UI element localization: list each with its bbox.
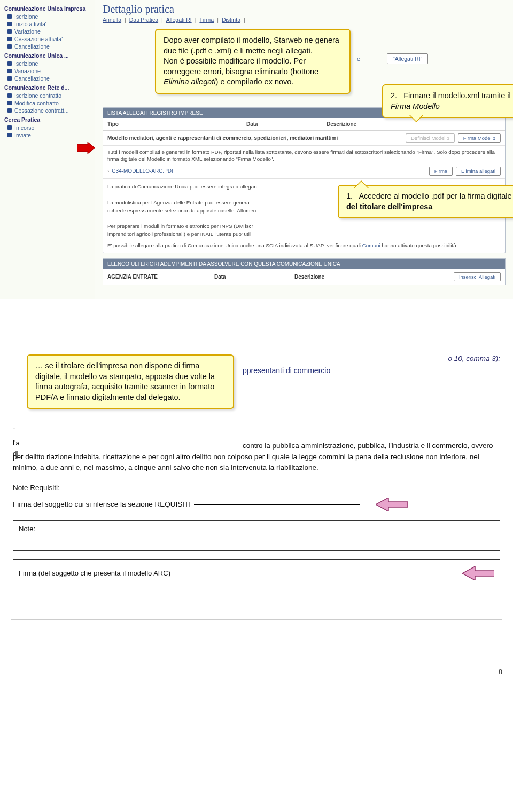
sidebar-item-variazione-2[interactable]: Variazione <box>0 67 95 75</box>
firma-button[interactable]: Firma <box>429 167 453 176</box>
nav-firma[interactable]: Firma <box>199 17 214 23</box>
sidebar-group-header: Comunicazione Unica ... <box>0 50 95 60</box>
firma-soggetto-label: Firma del soggetto cui si riferisce la s… <box>13 499 191 510</box>
agenzia-row: AGENZIA ENTRATE Data Descrizione Inseris… <box>103 269 506 285</box>
pink-arrow-left-icon <box>462 566 494 580</box>
bullet-icon <box>7 69 12 73</box>
inserisci-allegati-button[interactable]: Inserisci Allegati <box>454 272 501 281</box>
bullet-icon <box>7 101 12 105</box>
note-box: Note: <box>13 520 500 551</box>
bullet-icon <box>7 108 12 113</box>
file-link[interactable]: C34-MODELLO-ARC.PDF <box>112 168 425 174</box>
table-header-row: Tipo Data Descrizione <box>103 118 505 131</box>
modello-desc: Modello mediatori, agenti e rappresentan… <box>107 135 402 141</box>
bullet-icon <box>7 76 12 81</box>
sidebar-item-inizio-attivita[interactable]: Inizio attivita' <box>0 20 95 28</box>
suap-line: E' possibile allegare alla pratica di Co… <box>103 240 505 253</box>
col-tipo: Tipo <box>107 121 246 127</box>
doc-body: contro la pubblica amministrazione, pubb… <box>13 440 500 473</box>
nav-allegati-ri[interactable]: Allegati RI <box>166 17 192 23</box>
agenzia-entrate-label: AGENZIA ENTRATE <box>107 274 214 280</box>
sidebar-group-header: Comunicazione Unica Impresa <box>0 3 95 13</box>
callout-firma-autografa: … se il titolare dell'impresa non dispon… <box>27 354 234 409</box>
bullet-icon <box>7 133 12 137</box>
bullet-icon <box>7 93 12 98</box>
allegati-label: e <box>357 56 360 62</box>
doc-body-prefix: l'a di <box>13 438 20 460</box>
lista-allegati-box: LISTA ALLEGATI REGISTRO IMPRESE Tipo Dat… <box>103 107 506 253</box>
starweb-app: Comunicazione Unica Impresa Iscrizione I… <box>0 0 513 299</box>
sidebar-item-inviate[interactable]: Inviate <box>0 131 95 139</box>
sidebar-item-modifica-contratto[interactable]: Modifica contratto <box>0 99 95 107</box>
allegati-ri-button[interactable]: "Allegati RI" <box>387 53 428 64</box>
bullet-icon <box>7 61 12 66</box>
file-row: › C34-MODELLO-ARC.PDF Firma Elimina alle… <box>103 164 505 179</box>
sidebar-group-header: Cerca Pratica <box>0 114 95 124</box>
pink-arrow-left-icon <box>376 498 408 511</box>
sidebar-item-iscrizione[interactable]: Iscrizione <box>0 13 95 20</box>
firma-box: Firma (del soggetto che presenta il mode… <box>13 559 500 587</box>
bullet-icon <box>7 22 12 26</box>
bullet-icon <box>7 125 12 130</box>
sidebar-item-cancellazione-2[interactable]: Cancellazione <box>0 75 95 82</box>
firma-modello-button[interactable]: Firma Modello <box>458 133 501 143</box>
firma-requisiti-row: Firma del soggetto cui si riferisce la s… <box>13 498 500 511</box>
callout-firma-xml: 2. Firmare il modello.xml tramite il bot… <box>382 84 513 118</box>
sidebar-item-cessazione-attivita[interactable]: Cessazione attivita' <box>0 35 95 43</box>
elimina-allegati-button[interactable]: Elimina allegati <box>456 167 501 176</box>
nav-annulla[interactable]: Annulla <box>103 17 121 23</box>
doc-head-right: o 10, comma 3): <box>448 353 500 364</box>
callout-firma-pdf: 1. Accedere al modello .pdf per la firma… <box>338 185 513 218</box>
callout-info-generazione: Dopo aver compilato il modello, Starweb … <box>155 29 351 94</box>
firma-box-label: Firma (del soggetto che presenta il mode… <box>19 568 462 579</box>
bullet-icon <box>7 44 12 49</box>
sidebar-item-iscrizione-2[interactable]: Iscrizione <box>0 60 95 67</box>
main-panel: Dettaglio pratica Annulla| Dati Pratica|… <box>95 0 513 299</box>
col-data: Data <box>246 121 327 127</box>
bullet-icon <box>7 29 12 34</box>
sidebar-item-cancellazione[interactable]: Cancellazione <box>0 43 95 50</box>
svg-marker-2 <box>462 566 494 580</box>
modello-note: Tutti i modelli compilati e generati in … <box>103 146 505 164</box>
page-title: Dettaglio pratica <box>95 0 513 15</box>
red-arrow-icon <box>77 142 95 154</box>
chevron-right-icon: › <box>107 168 109 174</box>
sidebar-item-in-corso[interactable]: In corso <box>0 124 95 131</box>
bullet-icon <box>7 14 12 19</box>
elenco-header: ELENCO ULTERIORI ADEMPIMENTI DA ASSOLVER… <box>103 258 506 269</box>
sidebar-item-variazione[interactable]: Variazione <box>0 28 95 35</box>
data-label: Data <box>214 274 294 280</box>
slide-divider <box>11 332 502 332</box>
page-number: 8 <box>0 636 513 683</box>
definisci-modello-button[interactable]: Definisci Modello <box>406 133 455 143</box>
svg-marker-1 <box>376 498 408 511</box>
comuni-link[interactable]: Comuni <box>362 242 380 248</box>
bullet-icon <box>7 37 12 41</box>
note-requisiti-label: Note Requisiti: <box>13 483 500 493</box>
pdf-form-view: … se il titolare dell'impresa non dispon… <box>0 348 513 587</box>
modello-row: Modello mediatori, agenti e rappresentan… <box>103 131 505 146</box>
sidebar-item-iscrizione-contratto[interactable]: Iscrizione contratto <box>0 92 95 99</box>
svg-marker-0 <box>77 142 95 154</box>
doc-dash-1: - <box>13 422 500 433</box>
note-box-label: Note: <box>19 525 35 533</box>
signature-line <box>194 504 360 505</box>
nav-distinta[interactable]: Distinta <box>222 17 240 23</box>
sidebar-group-header: Comunicazione Rete d... <box>0 82 95 92</box>
nav-dati-pratica[interactable]: Dati Pratica <box>129 17 158 23</box>
descrizione-label: Descrizione <box>294 274 450 280</box>
page-nav: Annulla| Dati Pratica| Allegati RI| Firm… <box>95 15 513 27</box>
sidebar-item-cessazione-contratto[interactable]: Cessazione contratt... <box>0 107 95 114</box>
slide-divider-2 <box>11 619 502 620</box>
